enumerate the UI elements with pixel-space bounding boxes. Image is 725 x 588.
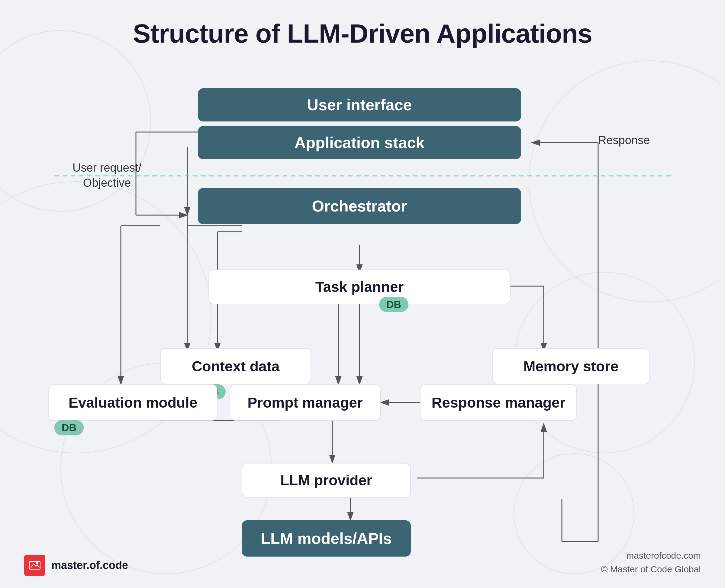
footer-right: masterofcode.com © Master of Code Global bbox=[601, 549, 701, 576]
page-title: Structure of LLM-Driven Applications bbox=[133, 18, 592, 49]
evaluation-module-box: Evaluation module bbox=[48, 384, 217, 421]
prompt-manager-box: Prompt manager bbox=[230, 384, 381, 421]
orchestrator-box: Orchestrator bbox=[198, 188, 521, 224]
footer: master.of.code bbox=[24, 555, 128, 576]
llm-provider-box: LLM provider bbox=[242, 463, 411, 498]
website-text: masterofcode.com bbox=[601, 549, 701, 562]
main-container: Structure of LLM-Driven Applications bbox=[0, 0, 725, 588]
db-badge-2: DB bbox=[55, 420, 84, 435]
memory-store-box: Memory store bbox=[492, 348, 649, 384]
svg-point-36 bbox=[36, 562, 38, 564]
response-label: Response bbox=[598, 133, 650, 148]
context-data-box: Context data bbox=[160, 348, 311, 384]
response-manager-box: Response manager bbox=[420, 384, 577, 421]
copyright-text: © Master of Code Global bbox=[601, 562, 701, 576]
llm-models-box: LLM models/APIs bbox=[242, 520, 411, 556]
diagram-area: User interface Application stack User re… bbox=[30, 58, 695, 572]
task-planner-box: Task planner bbox=[209, 270, 511, 304]
user-interface-box: User interface bbox=[198, 88, 521, 122]
logo-icon bbox=[24, 555, 45, 576]
user-request-label: User request/ Objective bbox=[72, 146, 141, 190]
application-stack-box: Application stack bbox=[198, 126, 521, 159]
logo-text: master.of.code bbox=[51, 559, 128, 572]
db-badge-1: DB bbox=[379, 297, 408, 312]
